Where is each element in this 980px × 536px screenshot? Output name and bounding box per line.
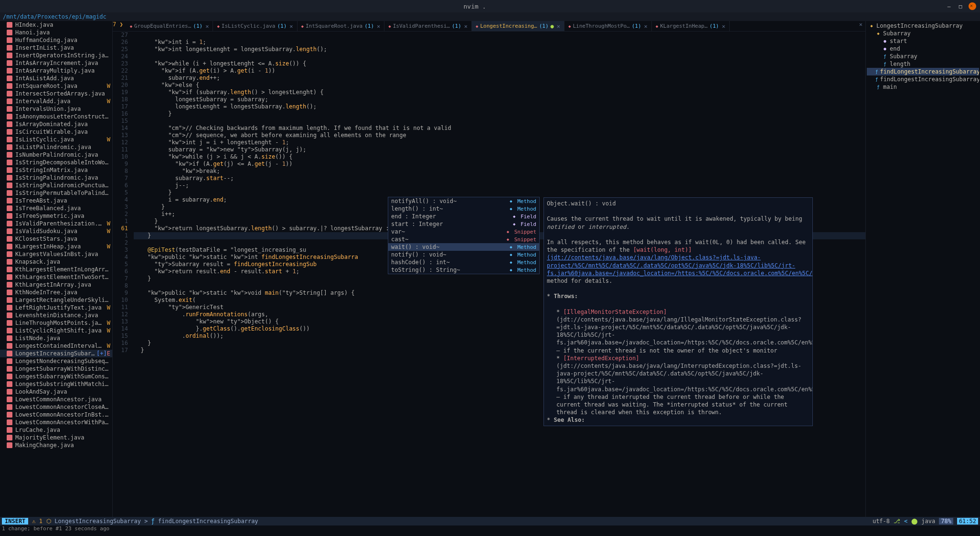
file-tree-item[interactable]: LevenshteinDistance.java — [0, 311, 112, 319]
completion-popup[interactable]: notifyAll() : void~◆Methodlength() : int… — [388, 197, 540, 274]
file-tree-item[interactable]: IsValidSudoku.javaW — [0, 227, 112, 235]
source-line[interactable]: "kw">while (j > i && j < A.size()) { — [134, 153, 865, 161]
file-tree-item[interactable]: LookAndSay.java — [0, 388, 112, 396]
tab[interactable]: ◆IsValidParenthesi… (1)✕ — [384, 21, 472, 31]
source-line[interactable]: } — [134, 189, 865, 196]
source-line[interactable] — [134, 53, 865, 60]
outline-item[interactable]: ƒmain — [867, 83, 979, 91]
completion-item[interactable]: end : Integer◆Field — [388, 213, 539, 220]
file-tree-item[interactable]: IsListCyclic.javaW — [0, 136, 112, 143]
file-tree-item[interactable]: InsertInList.java — [0, 44, 112, 52]
completion-item[interactable]: hashCode() : int~◆Method — [388, 258, 539, 266]
tab[interactable]: ◆KLargestInHeap… (1)✕ — [652, 21, 730, 31]
file-tree-item[interactable]: InsertOperatorsInString.java — [0, 52, 112, 59]
outline-item[interactable]: ●start — [867, 37, 979, 45]
completion-item[interactable]: var~◆Snippet — [388, 228, 539, 236]
tab[interactable]: ◆LineThroughMostPo… (1)✕ — [565, 21, 652, 31]
file-tree-item[interactable]: LowestCommonAncestorCloseAncestor. — [0, 403, 112, 411]
file-tree-item[interactable]: IsValidParenthesization.javaW — [0, 220, 112, 227]
minimize-icon[interactable]: — — [946, 3, 952, 10]
outline-item[interactable]: ●end — [867, 45, 979, 53]
file-tree-item[interactable]: IntSquareRoot.javaW — [0, 82, 112, 90]
file-tree-item[interactable]: IsArrayDominated.java — [0, 120, 112, 128]
source-line[interactable]: "kw">int j = i + longestLenght - 1; — [134, 139, 865, 146]
source-line[interactable]: "kw">int i = 1; — [134, 39, 865, 46]
file-tree-item[interactable]: KthLargestElementInLongArray.java — [0, 266, 112, 273]
completion-item[interactable]: notifyAll() : void~◆Method — [388, 197, 539, 205]
file-tree-item[interactable]: LowestCommonAncestor.java — [0, 396, 112, 403]
tab-close-icon[interactable]: ✕ — [464, 23, 468, 30]
file-tree-item[interactable]: LongestSubarrayWithSumConstraint.ja — [0, 373, 112, 380]
source-line[interactable]: "kw">if (A.get(j) <= A.get(j - 1)) — [134, 161, 865, 168]
file-tree-item[interactable]: IsStringInMatrix.java — [0, 166, 112, 174]
tab-close-icon[interactable]: ✕ — [557, 23, 560, 30]
tab[interactable]: ◆GroupEqualEntries… (1)✕ — [126, 21, 213, 31]
completion-item[interactable]: wait() : void~◆Method — [388, 243, 539, 251]
source-line[interactable]: "kw">int longestLenght = longestSubarray… — [134, 46, 865, 53]
outline-item[interactable]: ƒfindLongestIncreasingSubarrayWrapper — [867, 75, 979, 83]
file-tree-item[interactable]: IntAsListAdd.java — [0, 75, 112, 82]
source-line[interactable]: "kw">while (i + longestLenght <= A.size(… — [134, 60, 865, 67]
file-tree-item[interactable]: LruCache.java — [0, 426, 112, 434]
tab-close-icon[interactable]: ✕ — [377, 23, 380, 30]
outline-item[interactable]: ƒfindLongestIncreasingSubarray — [867, 68, 979, 75]
source-line[interactable]: longestSubarray = subarray; — [134, 96, 865, 103]
file-tree-item[interactable]: LineThroughMostPoints.javaW — [0, 319, 112, 327]
outline-item[interactable]: ◆LongestIncreasingSubarray — [867, 22, 979, 30]
tab-close-icon[interactable]: ✕ — [644, 23, 648, 30]
file-tree-item[interactable]: LongestNondecreasingSubsequence.java — [0, 357, 112, 365]
file-tree-item[interactable]: KthLargestInArray.java — [0, 281, 112, 289]
tab-close-icon[interactable]: ✕ — [722, 23, 725, 30]
file-tree-item[interactable]: Hanoi.java — [0, 29, 112, 36]
file-tree-item[interactable]: IntersectSortedArrays.java — [0, 90, 112, 97]
file-tree-item[interactable]: LongestContainedInterval.javaW — [0, 342, 112, 350]
file-tree-item[interactable]: IsStringPalindromic.java — [0, 174, 112, 182]
file-tree-item[interactable]: LowestCommonAncestorInBst.java — [0, 411, 112, 418]
file-tree-item[interactable]: IsNumberPalindromic.java — [0, 151, 112, 159]
completion-item[interactable]: toString() : String~◆Method — [388, 266, 539, 274]
file-tree-item[interactable]: MakingChange.java — [0, 441, 112, 449]
file-tree-item[interactable]: HuffmanCoding.java — [0, 36, 112, 44]
file-tree-item[interactable]: ListNode.java — [0, 334, 112, 342]
file-tree-item[interactable]: ListCyclicRightShift.javaW — [0, 327, 112, 334]
file-tree-item[interactable]: IsTreeABst.java — [0, 197, 112, 204]
source-line[interactable]: longestLenght = longestSubarray.length()… — [134, 103, 865, 110]
file-tree-item[interactable]: IsTreeSymmetric.java — [0, 212, 112, 220]
file-tree-item[interactable]: IsStringPalindromicPunctuation.java — [0, 182, 112, 189]
file-tree-item[interactable]: IsTreeBalanced.java — [0, 204, 112, 212]
file-tree-item[interactable]: IsCircuitWirable.java — [0, 128, 112, 136]
file-tree-item[interactable]: KLargestInHeap.javaW — [0, 243, 112, 250]
source-line[interactable]: } — [134, 110, 865, 118]
file-tree-item[interactable]: LongestSubarrayWithDistinctValues. — [0, 365, 112, 373]
file-tree-item[interactable]: LongestSubstringWithMatchingParenth — [0, 380, 112, 388]
tab[interactable]: ◆IntSquareRoot.java (1)✕ — [298, 21, 385, 31]
file-tree-item[interactable]: IntervalsUnion.java — [0, 105, 112, 113]
tab[interactable]: ◆LongestIncreasing… (1)●✕ — [472, 21, 565, 31]
source-line[interactable]: "kw">else { — [134, 82, 865, 89]
source-line[interactable]: subarray.end++; — [134, 75, 865, 82]
completion-item[interactable]: cast~◆Snippet — [388, 236, 539, 243]
close-icon[interactable] — [969, 2, 976, 10]
outline-item[interactable]: ƒSubarray — [867, 53, 979, 60]
file-tree-item[interactable]: HIndex.java — [0, 21, 112, 29]
source-line[interactable]: "kw">if (A.get(i) > A.get(i - 1)) — [134, 67, 865, 75]
source-line[interactable]: subarray = "kw">new "ty">Subarray(j, j); — [134, 146, 865, 153]
outline-item[interactable]: ƒlength — [867, 60, 979, 68]
file-tree-item[interactable]: IntervalAdd.javaW — [0, 97, 112, 105]
tab-close-icon[interactable]: ✕ — [289, 23, 293, 30]
file-tree-item[interactable]: IsListPalindromic.java — [0, 143, 112, 151]
file-tree-item[interactable]: KthLargestElementInTwoSortedArrays. — [0, 273, 112, 281]
file-tree-item[interactable]: IsStringDecomposableIntoWords.java — [0, 159, 112, 166]
maximize-icon[interactable]: □ — [957, 3, 964, 10]
source-line[interactable] — [134, 118, 865, 125]
source-line[interactable]: "cm">// Checking backwards from maximum … — [134, 125, 865, 132]
file-tree-item[interactable]: MajorityElement.java — [0, 434, 112, 441]
outline-item[interactable]: ◆Subarray — [867, 30, 979, 37]
file-tree-item[interactable]: LeftRightJustifyText.javaW — [0, 304, 112, 311]
source-line[interactable]: j--; — [134, 182, 865, 189]
file-tree-item[interactable]: KthNodeInTree.java — [0, 289, 112, 296]
file-tree[interactable]: HIndex.javaHanoi.javaHuffmanCoding.javaI… — [0, 21, 113, 517]
source-line[interactable]: subarray.start--; — [134, 175, 865, 182]
file-tree-item[interactable]: IntAsArrayIncrement.java — [0, 59, 112, 67]
file-tree-item[interactable]: Knapsack.java — [0, 258, 112, 266]
